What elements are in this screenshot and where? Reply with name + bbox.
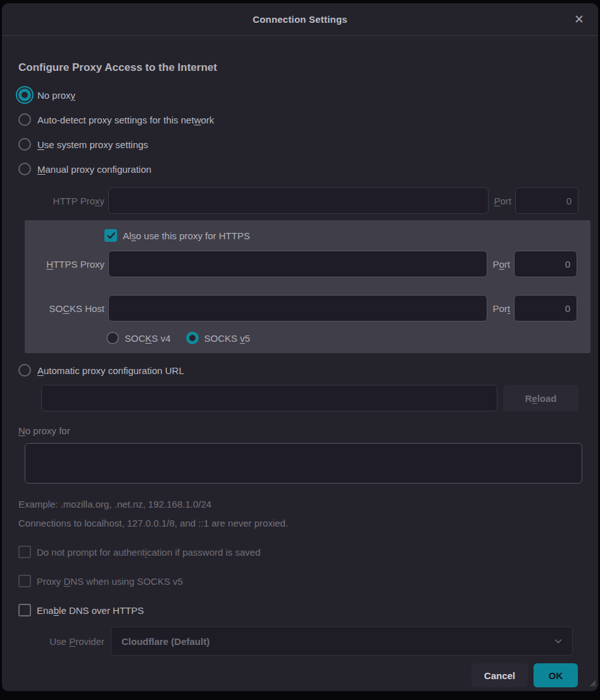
checkbox-enable-doh-label: Enable DNS over HTTPS	[37, 605, 144, 616]
radio-icon[interactable]	[18, 138, 31, 151]
radio-socks-v4[interactable]: SOCKS v4	[106, 332, 171, 344]
checkbox-proxy-dns-socks5[interactable]: Proxy DNS when using SOCKS v5	[18, 573, 578, 589]
resize-grip-icon[interactable]	[587, 678, 596, 689]
localhost-note-text: Connections to localhost, 127.0.0.1/8, a…	[18, 516, 578, 530]
checkbox-icon[interactable]	[18, 604, 31, 616]
checkbox-icon[interactable]	[18, 575, 31, 587]
no-proxy-example-text: Example: .mozilla.org, .net.nz, 192.168.…	[18, 497, 578, 511]
no-proxy-for-textarea[interactable]	[25, 443, 582, 484]
chevron-down-icon	[553, 636, 563, 646]
dialog-footer: Cancel OK	[18, 663, 578, 687]
checkbox-no-prompt-auth-label: Do not prompt for authentication if pass…	[37, 547, 261, 558]
radio-no-proxy[interactable]: No proxy	[18, 87, 578, 103]
ok-button[interactable]: OK	[534, 663, 578, 687]
checkbox-enable-doh[interactable]: Enable DNS over HTTPS	[18, 603, 578, 618]
radio-manual-config-label: Manual proxy configuration	[37, 164, 151, 175]
dns-provider-value: Cloudflare (Default)	[122, 636, 553, 647]
auto-config-url-row: Reload	[41, 385, 578, 411]
close-icon: ✕	[574, 12, 584, 27]
http-proxy-label: HTTP Proxy	[18, 196, 104, 206]
checkbox-icon[interactable]	[18, 546, 31, 558]
socks-host-input[interactable]	[108, 295, 487, 322]
use-provider-label: Use Provider	[18, 636, 104, 647]
socks-host-label: SOCKS Host	[25, 303, 104, 314]
dialog-body: Configure Proxy Access to the Internet N…	[2, 36, 598, 687]
https-port-label: Port	[491, 259, 510, 270]
radio-icon[interactable]	[18, 113, 31, 126]
also-use-https-label: Also use this proxy for HTTPS	[123, 230, 250, 241]
radio-auto-config-url-label: Automatic proxy configuration URL	[37, 365, 184, 376]
socks-port-input[interactable]	[514, 295, 577, 322]
radio-icon[interactable]	[18, 364, 31, 377]
radio-manual-config[interactable]: Manual proxy configuration	[18, 161, 578, 177]
http-proxy-input[interactable]	[108, 187, 489, 214]
titlebar: Connection Settings ✕	[2, 3, 598, 36]
socks-host-row: SOCKS Host Port	[25, 295, 577, 322]
checkbox-proxy-dns-socks5-label: Proxy DNS when using SOCKS v5	[37, 576, 183, 587]
dns-provider-dropdown[interactable]: Cloudflare (Default)	[111, 627, 573, 656]
radio-icon[interactable]	[106, 332, 119, 344]
auto-config-url-input[interactable]	[41, 385, 497, 411]
radio-use-system-label: Use system proxy settings	[37, 139, 148, 150]
radio-icon[interactable]	[18, 89, 31, 101]
https-proxy-input[interactable]	[108, 251, 487, 277]
dns-provider-row: Use Provider Cloudflare (Default)	[18, 627, 578, 654]
radio-icon[interactable]	[186, 332, 199, 344]
also-use-https-checkbox-row[interactable]: Also use this proxy for HTTPS	[25, 228, 577, 243]
dialog-title: Connection Settings	[253, 14, 347, 25]
radio-socks-v5[interactable]: SOCKS v5	[186, 332, 251, 344]
http-proxy-row: HTTP Proxy Port	[18, 187, 578, 214]
checkbox-no-prompt-auth[interactable]: Do not prompt for authentication if pass…	[18, 544, 578, 559]
radio-socks-v5-label: SOCKS v5	[204, 333, 251, 344]
socks-port-label: Port	[491, 303, 510, 314]
radio-auto-config-url[interactable]: Automatic proxy configuration URL	[18, 362, 578, 378]
connection-settings-dialog: Connection Settings ✕ Configure Proxy Ac…	[2, 3, 598, 691]
radio-auto-detect[interactable]: Auto-detect proxy settings for this netw…	[18, 111, 578, 128]
checkbox-icon[interactable]	[104, 229, 117, 242]
socks-version-radios: SOCKS v4 SOCKS v5	[25, 330, 577, 346]
radio-use-system[interactable]: Use system proxy settings	[18, 136, 578, 153]
close-button[interactable]: ✕	[570, 11, 588, 28]
https-proxy-row: HTTPS Proxy Port	[25, 251, 577, 277]
radio-auto-detect-label: Auto-detect proxy settings for this netw…	[37, 115, 214, 125]
reload-button[interactable]: Reload	[503, 385, 578, 411]
https-proxy-label: HTTPS Proxy	[25, 259, 104, 270]
checkmark-icon	[107, 232, 115, 239]
cancel-button[interactable]: Cancel	[472, 663, 528, 687]
radio-icon[interactable]	[18, 163, 31, 175]
https-socks-section: Also use this proxy for HTTPS HTTPS Prox…	[25, 220, 591, 353]
no-proxy-for-label: No proxy for	[18, 423, 578, 438]
http-port-label: Port	[492, 196, 511, 206]
page-title: Configure Proxy Access to the Internet	[18, 60, 578, 75]
https-port-input[interactable]	[514, 251, 577, 277]
radio-socks-v4-label: SOCKS v4	[125, 333, 171, 344]
radio-no-proxy-label: No proxy	[37, 90, 75, 101]
http-port-input[interactable]	[515, 187, 578, 214]
